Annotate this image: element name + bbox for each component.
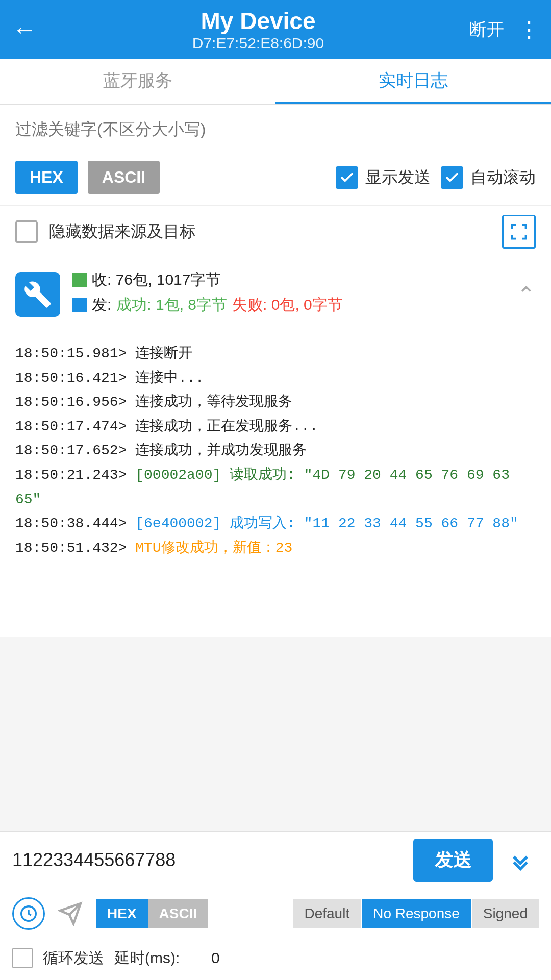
quick-send-button[interactable] [54, 897, 87, 930]
log-time-7: 18:50:51.432> [15, 540, 135, 556]
delay-input[interactable] [190, 947, 241, 969]
tab-bluetooth[interactable]: 蓝牙服务 [0, 69, 276, 104]
loop-send-label: 循环发送 [43, 948, 104, 969]
recv-stats: 收: 76包, 1017字节 [92, 270, 221, 290]
log-text-1: 连接中... [135, 370, 204, 386]
tool-icon [15, 272, 60, 317]
log-line-0: 18:50:15.981> 连接断开 [15, 341, 536, 366]
controls-row: HEX ASCII 显示发送 自动滚动 [0, 150, 551, 205]
send-stats-line: 发: 成功: 1包, 8字节 失败: 0包, 0字节 [72, 295, 505, 315]
disconnect-button[interactable]: 断开 [469, 18, 504, 41]
show-send-checkbox[interactable] [336, 166, 358, 189]
header-actions: 断开 ⋮ [469, 17, 539, 42]
collapse-button[interactable]: ⌃ [517, 282, 536, 308]
stats-text: 收: 76包, 1017字节 发: 成功: 1包, 8字节 失败: 0包, 0字… [72, 270, 505, 320]
log-time-4: 18:50:17.652> [15, 443, 135, 458]
send-data-input[interactable] [12, 845, 404, 875]
log-time-6: 18:50:38.444> [15, 516, 135, 531]
log-line-2: 18:50:16.956> 连接成功，等待发现服务 [15, 390, 536, 414]
filter-section [0, 105, 551, 150]
no-response-button[interactable]: No Response [362, 899, 471, 928]
expand-more-button[interactable] [502, 842, 539, 878]
history-button[interactable] [12, 897, 45, 930]
send-fail-stats: 失败: 0包, 0字节 [232, 295, 343, 315]
back-button[interactable]: ← [12, 15, 37, 43]
delay-label: 延时(ms): [114, 948, 180, 969]
log-text-2: 连接成功，等待发现服务 [135, 394, 292, 410]
log-line-6: 18:50:38.444> [6e400002] 成功写入: "11 22 33… [15, 511, 536, 536]
signed-button[interactable]: Signed [472, 899, 539, 928]
auto-scroll-checkbox[interactable] [441, 166, 463, 189]
log-text-6: [6e400002] 成功写入: "11 22 33 44 55 66 77 8… [135, 516, 518, 531]
hide-source-checkbox[interactable] [15, 220, 38, 243]
default-response-button[interactable]: Default [293, 899, 361, 928]
expand-icon[interactable] [502, 215, 536, 249]
tab-realtime[interactable]: 实时日志 [276, 69, 551, 104]
auto-scroll-label: 自动滚动 [470, 166, 536, 189]
header-title-block: My Device D7:E7:52:E8:6D:90 [47, 7, 469, 52]
log-area: 18:50:15.981> 连接断开 18:50:16.421> 连接中... … [0, 331, 551, 637]
send-indicator [72, 298, 87, 312]
log-line-7: 18:50:51.432> MTU修改成功，新值：23 [15, 536, 536, 560]
tabs-bar: 蓝牙服务 实时日志 [0, 59, 551, 105]
log-line-1: 18:50:16.421> 连接中... [15, 366, 536, 390]
log-time-0: 18:50:15.981> [15, 346, 135, 361]
show-send-label: 显示发送 [365, 166, 431, 189]
send-button[interactable]: 发送 [413, 839, 493, 882]
more-menu-button[interactable]: ⋮ [518, 17, 539, 42]
response-type-group: Default No Response Signed [217, 899, 539, 928]
log-time-5: 18:50:21.243> [15, 467, 135, 483]
format-type-group: HEX ASCII [96, 899, 208, 928]
auto-scroll-group: 自动滚动 [441, 166, 536, 189]
show-send-group: 显示发送 [336, 166, 431, 189]
log-line-4: 18:50:17.652> 连接成功，并成功发现服务 [15, 438, 536, 463]
hide-source-row: 隐藏数据来源及目标 [0, 205, 551, 258]
log-time-2: 18:50:16.956> [15, 394, 135, 410]
ascii-mode-button[interactable]: ASCII [88, 161, 160, 194]
device-name: My Device [201, 7, 315, 35]
log-text-7: MTU修改成功，新值：23 [135, 540, 292, 556]
bottom-section: 发送 HEX ASCII Default No R [0, 831, 551, 980]
send-success-stats: 成功: 1包, 8字节 [116, 295, 227, 315]
recv-stats-line: 收: 76包, 1017字节 [72, 270, 505, 290]
send-input-row: 发送 [0, 832, 551, 888]
app-header: ← My Device D7:E7:52:E8:6D:90 断开 ⋮ [0, 0, 551, 59]
filter-input[interactable] [15, 115, 536, 144]
log-text-0: 连接断开 [135, 346, 192, 361]
log-text-4: 连接成功，并成功发现服务 [135, 443, 307, 458]
device-mac: D7:E7:52:E8:6D:90 [192, 35, 324, 52]
loop-row: 循环发送 延时(ms): [0, 939, 551, 980]
log-time-3: 18:50:17.474> [15, 419, 135, 434]
ascii-format-button[interactable]: ASCII [148, 899, 209, 928]
loop-send-checkbox[interactable] [12, 948, 33, 968]
bottom-controls-row: HEX ASCII Default No Response Signed [0, 888, 551, 939]
log-time-1: 18:50:16.421> [15, 370, 135, 386]
hex-mode-button[interactable]: HEX [15, 161, 78, 194]
log-line-5: 18:50:21.243> [00002a00] 读取成功: "4D 79 20… [15, 463, 536, 511]
recv-indicator [72, 273, 87, 287]
stats-row: 收: 76包, 1017字节 发: 成功: 1包, 8字节 失败: 0包, 0字… [0, 258, 551, 331]
log-line-3: 18:50:17.474> 连接成功，正在发现服务... [15, 414, 536, 439]
hide-source-label: 隐藏数据来源及目标 [49, 220, 196, 243]
send-prefix: 发: [92, 295, 111, 315]
log-text-3: 连接成功，正在发现服务... [135, 419, 318, 434]
hex-format-button[interactable]: HEX [96, 899, 148, 928]
